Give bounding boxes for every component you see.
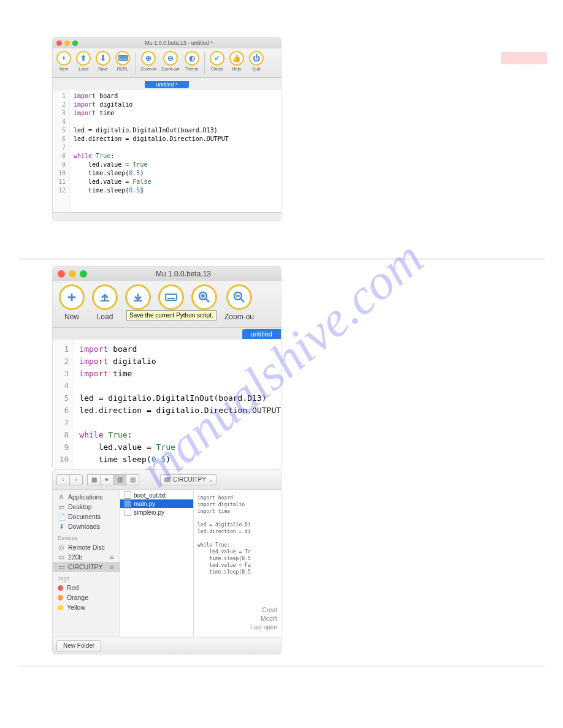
file-boot_out-txt[interactable]: boot_out.txt [120, 491, 193, 499]
window-titlebar: Mu 1.0.0.beta.13 [53, 267, 281, 281]
btn-button[interactable] [158, 284, 184, 313]
s-button[interactable]: SSave the current Python script. [125, 284, 151, 321]
close-icon[interactable] [58, 270, 65, 278]
folder-icon: ▭ [58, 503, 65, 510]
repl-icon: ⌨ [115, 51, 130, 66]
finder-column: boot_out.txtmain.pysimpleio.py [120, 490, 194, 637]
finder-toolbar: ‹ › ▦ ≡ ▥ ▤ CIRCUITPY [53, 470, 281, 490]
maximize-icon[interactable] [72, 40, 78, 46]
tags-header: Tags [53, 572, 120, 583]
sidebar-item-circuitpy[interactable]: ▭CIRCUITPY⏏ [53, 562, 120, 572]
gutter: 123456789101112 [53, 89, 70, 212]
preview-text: import board import digitalio import tim… [197, 495, 277, 575]
preview-meta: Creat Modifi Last open [197, 606, 277, 632]
view-column-button[interactable]: ▥ [113, 474, 126, 485]
finder-body: AApplications▭Desktop📄Documents⬇Download… [53, 490, 281, 637]
zoom-out-button[interactable]: ⊖Zoom-out [161, 51, 180, 71]
code-editor[interactable]: 12345678910 import boardimport digitalio… [53, 339, 281, 469]
code-content[interactable]: import boardimport digitalioimport timel… [70, 89, 232, 212]
view-gallery-button[interactable]: ▤ [126, 474, 139, 485]
tag-icon [58, 605, 63, 610]
sidebar-item-downloads[interactable]: ⬇Downloads [53, 521, 120, 531]
new-button[interactable]: +New [56, 51, 71, 71]
section-divider [18, 665, 545, 667]
sidebar-item-220b[interactable]: ▭220b⏏ [53, 552, 120, 562]
plus-icon [59, 284, 85, 310]
minimize-icon[interactable] [69, 270, 76, 278]
finder-sidebar: AApplications▭Desktop📄Documents⬇Download… [53, 490, 120, 637]
tab-untitled[interactable]: untitled [242, 329, 281, 339]
tag-red[interactable]: Red [53, 583, 120, 593]
quit-icon: ⏻ [249, 51, 264, 66]
svg-rect-2 [166, 294, 177, 300]
help-button[interactable]: 👍Help [229, 51, 244, 71]
maximize-icon[interactable] [80, 270, 87, 278]
view-segmented: ▦ ≡ ▥ ▤ [88, 474, 139, 485]
drive-icon: ▭ [58, 563, 65, 571]
zoom-out-icon: ⊖ [163, 51, 178, 66]
view-list-button[interactable]: ≡ [100, 474, 113, 485]
minimize-icon[interactable] [64, 40, 70, 46]
tag-orange[interactable]: Orange [53, 593, 120, 602]
window-title: Mu 1.0.0.beta.13 [91, 270, 276, 278]
tag-yellow[interactable]: Yellow [53, 602, 120, 612]
status-bar [53, 212, 281, 221]
file-simpleio-py[interactable]: simpleio.py [120, 508, 193, 517]
eject-icon[interactable]: ⏏ [109, 564, 115, 570]
repl-button[interactable]: ⌨REPL [115, 51, 130, 71]
location-label: CIRCUITPY [173, 476, 206, 483]
help-icon: 👍 [229, 51, 244, 66]
code-editor[interactable]: 123456789101112 import boardimport digit… [53, 89, 281, 212]
zout-icon [226, 284, 252, 310]
zin-icon [191, 284, 217, 310]
section-divider [18, 258, 545, 260]
sidebar-item-remotedisc[interactable]: ◎Remote Disc [53, 542, 120, 552]
save-button[interactable]: ⬇Save [96, 51, 110, 71]
load-button[interactable]: ⬆Load [76, 51, 91, 71]
quit-button[interactable]: ⏻Quit [249, 51, 264, 71]
file-main-py[interactable]: main.py [120, 499, 193, 508]
zoom-in-button[interactable]: ⊕Zoom-in [140, 51, 156, 71]
kb-icon [158, 284, 184, 310]
back-button[interactable]: ‹ [56, 474, 70, 485]
svg-rect-1 [134, 300, 142, 301]
file-icon [124, 491, 131, 499]
drive-icon: ◎ [58, 544, 65, 551]
up-icon [92, 284, 118, 310]
load-icon: ⬆ [76, 51, 91, 66]
forward-button[interactable]: › [69, 474, 83, 485]
sidebar-item-documents[interactable]: 📄Documents [53, 512, 120, 521]
check-button[interactable]: ✓Check [210, 51, 224, 71]
toolbar: +New⬆Load⬇Save⌨REPL⊕Zoom-in⊖Zoom-out◐The… [53, 48, 281, 78]
location-dropdown[interactable]: CIRCUITPY [160, 474, 216, 485]
new-button[interactable]: New [59, 284, 85, 321]
view-icon-button[interactable]: ▦ [87, 474, 101, 485]
window-title: Mu 1.0.0.beta.13 - untitled * [80, 40, 277, 46]
sidebar-item-desktop[interactable]: ▭Desktop [53, 502, 120, 512]
devices-header: Devices [53, 531, 120, 542]
zoomou-button[interactable]: Zoom-ou [224, 284, 254, 321]
sidebar-item-applications[interactable]: AApplications [53, 492, 120, 502]
separator [204, 52, 205, 74]
top-red-badge [501, 52, 547, 64]
svg-rect-0 [101, 300, 109, 301]
load-button[interactable]: Load [92, 284, 118, 321]
tooltip: Save the current Python script. [126, 310, 216, 320]
down-icon [125, 284, 151, 310]
mu-editor-screenshot-2: Mu 1.0.0.beta.13 NewLoadSSave the curren… [52, 266, 282, 470]
folder-icon [164, 477, 170, 482]
new-folder-button[interactable]: New Folder [56, 640, 101, 651]
theme-button[interactable]: ◐Theme [185, 51, 199, 71]
file-icon [124, 509, 131, 516]
mu-editor-screenshot-1: Mu 1.0.0.beta.13 - untitled * +New⬆Load⬇… [52, 37, 282, 221]
close-icon[interactable] [56, 40, 62, 46]
tab-untitled[interactable]: untitled * [145, 81, 188, 88]
new-icon: + [56, 51, 71, 66]
finder-preview: import board import digitalio import tim… [194, 490, 281, 637]
svg-rect-3 [167, 298, 175, 299]
eject-icon[interactable]: ⏏ [109, 554, 115, 560]
tag-icon [58, 595, 63, 601]
code-content[interactable]: import boardimport digitalioimport timel… [74, 339, 281, 469]
toolbar: NewLoadSSave the current Python script.-… [53, 281, 281, 328]
file-icon [124, 500, 131, 507]
